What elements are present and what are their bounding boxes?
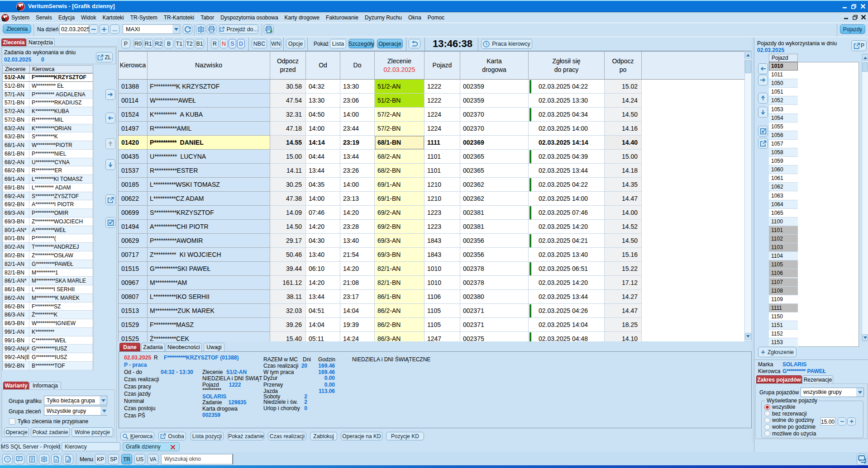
svg-text:?: ? (6, 457, 9, 462)
